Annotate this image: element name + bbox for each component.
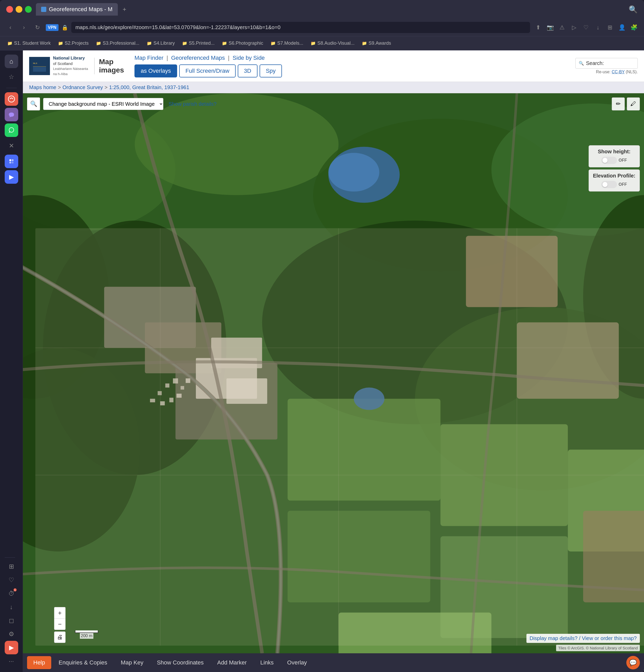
bookmark-s2[interactable]: 📁 S2.Projects [55,39,92,48]
sidebar-item-download[interactable]: ↓ [5,600,18,614]
full-screen-button[interactable]: Full Screen/Draw [179,64,236,77]
nav-separator-2: | [228,55,230,61]
header-center: Map Finder | Georeferenced Maps | Side b… [134,55,569,77]
nav-actions: ⬆ 📷 ⚠ ▷ ♡ ↓ ⊞ 👤 🧩 [533,23,639,33]
svg-rect-3 [12,159,13,161]
bookmark-s6[interactable]: 📁 S6.Photographic [219,39,266,48]
main-content: NLS National Library of Scotland Leabhar… [23,50,644,672]
bookmark-s3[interactable]: 📁 S3.Professional... [93,39,142,48]
folder-icon: 📁 [147,41,152,46]
traffic-lights [6,6,32,13]
download-nav-icon[interactable]: ↓ [593,23,603,33]
tab-bar: Georeferenced Maps - M + [36,3,624,15]
elevation-toggle-track[interactable] [601,181,617,188]
forward-button[interactable]: › [19,22,29,33]
share-icon[interactable]: ⬆ [533,23,543,33]
map-edit-button[interactable]: ✏ [612,97,625,110]
overlay-button[interactable]: Overlay [281,656,313,669]
side-by-side-link[interactable]: Side by Side [233,55,265,61]
url-bar[interactable]: maps.nls.uk/geo/explore/#zoom=15.0&lat=5… [71,22,530,33]
close-button[interactable] [6,6,13,13]
as-overlays-button[interactable]: as Overlays [134,64,177,77]
sidebar: ⌂ ☆ ✕ ▶ ⊞ ♡ ⏱ 1 [0,50,23,672]
links-button[interactable]: Links [254,656,280,669]
map-finder-link[interactable]: Map Finder [134,55,163,61]
play-icon[interactable]: ▷ [569,23,579,33]
sidebar-item-dev[interactable]: ▶ [5,170,18,184]
spy-button[interactable]: Spy [260,64,282,77]
breadcrumb-ordnance[interactable]: Ordnance Survey [62,84,103,91]
elevation-toggle-label: OFF [619,182,627,187]
lock-icon: 🔒 [62,24,68,31]
sidebar-item-settings[interactable]: ⚙ [5,627,18,641]
side-panels: Show height: OFF Elevation Profile: [589,145,640,192]
reload-button[interactable]: ↻ [32,22,43,33]
map-details-link[interactable]: Display map details? / View or order thi… [526,634,640,643]
back-button[interactable]: ‹ [5,22,15,33]
zoom-out-button[interactable]: − [54,619,66,630]
zoom-in-button[interactable]: + [54,607,66,619]
svg-point-30 [328,153,379,192]
new-tab-button[interactable]: + [120,5,129,14]
bookmark-s8[interactable]: 📁 S8.Audio-Visual... [307,39,358,48]
height-toggle-track[interactable] [601,157,617,164]
tabs-icon[interactable]: ⊞ [605,23,615,33]
show-height-toggle[interactable]: OFF [593,157,635,164]
sidebar-item-arc[interactable] [5,92,18,106]
sidebar-item-heart[interactable]: ♡ [5,573,18,587]
bookmark-label: S8.Audio-Visual... [317,40,354,46]
help-button[interactable]: Help [27,656,51,669]
sidebar-item-more[interactable]: ··· [5,654,18,668]
maximize-button[interactable] [25,6,32,13]
vpn-badge: VPN [46,24,59,31]
search-input[interactable] [606,60,634,66]
nls-logo-text: National Library of Scotland Leabharlann… [53,56,88,76]
folder-icon: 📁 [311,41,316,46]
sidebar-item-home[interactable]: ⌂ [5,55,18,68]
enquiries-button[interactable]: Enquiries & Copies [52,656,114,669]
bookmark-s9[interactable]: 📁 S9.Awards [359,39,394,48]
chat-button[interactable]: 💬 [626,656,640,669]
sidebar-item-messenger[interactable] [5,108,18,121]
bookmark-s1[interactable]: 📁 S1. Student Work [4,39,54,48]
camera-icon[interactable]: 📷 [545,23,555,33]
search-label-icon: 🔍 [579,61,584,66]
bookmark-s7[interactable]: 📁 S7.Models... [267,39,306,48]
print-button[interactable]: 🖨 [54,632,66,643]
georeferenced-link[interactable]: Georeferenced Maps [171,55,225,61]
sidebar-item-clock[interactable]: ⏱ 1 [5,587,18,600]
breadcrumb-current[interactable]: 1:25,000, Great Britain, 1937-1961 [109,84,189,91]
extension-icon[interactable]: 🧩 [629,23,639,33]
reuse-text: Re-use: CC-BY (NLS). [596,70,638,74]
profile-icon[interactable]: 👤 [617,23,627,33]
map-container[interactable]: 🔍 Change background map - ESRI World Ima… [23,93,644,653]
alert-icon[interactable]: ⚠ [557,23,567,33]
sidebar-item-youtube[interactable]: ▶ [5,641,18,654]
active-tab[interactable]: Georeferenced Maps - M [36,3,118,15]
map-search-button[interactable]: 🔍 [27,97,40,110]
3d-button[interactable]: 3D [238,64,257,77]
bookmark-s5[interactable]: 📁 S5.Printed... [179,39,218,48]
minimize-button[interactable] [15,6,22,13]
scale-line [75,631,98,633]
background-map-select[interactable]: Change background map - ESRI World Image… [43,98,163,110]
sidebar-item-star[interactable]: ☆ [5,70,18,84]
show-coordinates-button[interactable]: Show Coordinates [151,656,210,669]
heart-nav-icon[interactable]: ♡ [581,23,591,33]
sidebar-item-grid[interactable]: ⊞ [5,560,18,573]
sidebar-item-twitter[interactable]: ✕ [5,139,18,153]
sidebar-item-whatsapp[interactable] [5,123,18,137]
breadcrumb-maps-home[interactable]: Maps home [29,84,57,91]
elevation-toggle[interactable]: OFF [593,181,635,188]
parish-details-link[interactable]: Show parish details? [168,101,216,107]
sidebar-item-blue-app[interactable] [5,155,18,168]
add-marker-button[interactable]: Add Marker [211,656,253,669]
map-info-button[interactable]: 🖊 [627,97,640,110]
nls-header: NLS National Library of Scotland Leabhar… [23,50,644,82]
browser-search-icon[interactable]: 🔍 [629,5,638,14]
map-key-button[interactable]: Map Key [115,656,150,669]
bookmark-s4[interactable]: 📁 S4.Library [143,39,178,48]
sidebar-item-cube[interactable]: ◻ [5,614,18,627]
elevation-toggle-knob [602,182,608,187]
cc-by-link[interactable]: CC-BY [612,70,625,74]
